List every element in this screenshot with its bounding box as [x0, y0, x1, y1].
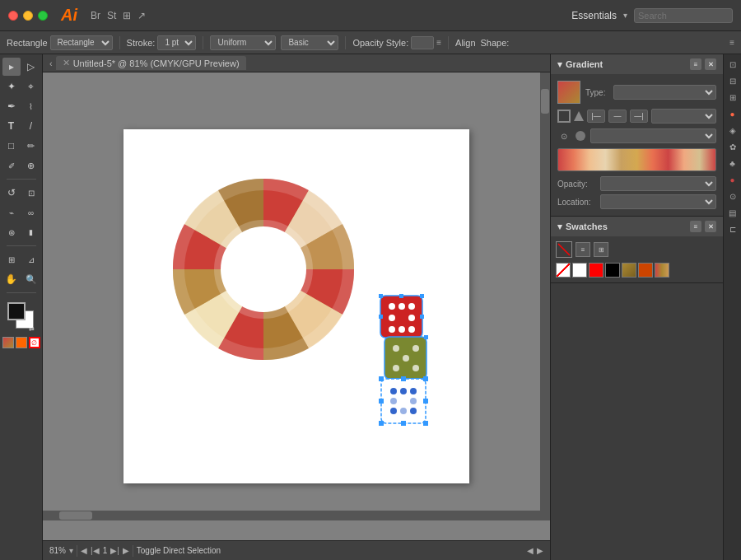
- next-page-icon[interactable]: ▶: [123, 546, 129, 555]
- direct-selection-tool[interactable]: ▷: [22, 58, 40, 76]
- stroke-type-dropdown[interactable]: Uniform: [210, 35, 276, 50]
- panel-menu-btn[interactable]: ≡: [690, 58, 701, 70]
- maximize-button[interactable]: [38, 11, 48, 21]
- stroke-value-dropdown[interactable]: 1 pt: [157, 35, 196, 50]
- search-input[interactable]: [634, 8, 733, 23]
- swap-colors-icon[interactable]: ⇄: [29, 325, 37, 334]
- foreground-color-box[interactable]: [7, 302, 26, 320]
- next-frame-icon[interactable]: ▶|: [110, 546, 119, 555]
- bridge-icon[interactable]: Br: [91, 10, 100, 21]
- rotate-tool[interactable]: ↺: [2, 184, 21, 202]
- swatch-grid-view-btn[interactable]: ⊞: [594, 242, 608, 257]
- lasso-tool[interactable]: ⌖: [22, 77, 40, 96]
- canvas-tab[interactable]: ✕ Untitled-5* @ 81% (CMYK/GPU Preview): [56, 56, 246, 70]
- gradient-preview-bar[interactable]: [557, 148, 716, 171]
- pen-tool[interactable]: ✒: [2, 97, 21, 115]
- stroke-align-outside[interactable]: —|: [630, 110, 648, 123]
- line-tool[interactable]: /: [22, 117, 40, 135]
- angle-dropdown[interactable]: [590, 128, 716, 143]
- close-button[interactable]: [8, 11, 18, 21]
- scale-tool[interactable]: ⊡: [22, 184, 40, 202]
- swatch-white[interactable]: [572, 263, 587, 278]
- scrollbar-bottom[interactable]: [43, 511, 540, 520]
- stroke-align-center[interactable]: —: [608, 110, 627, 123]
- swatch-olive[interactable]: [622, 263, 636, 278]
- slice-tool[interactable]: ⊿: [22, 250, 40, 268]
- style-options[interactable]: ≡: [436, 38, 441, 47]
- gradient-type-dropdown[interactable]: [613, 85, 716, 100]
- type-tool[interactable]: T: [2, 117, 21, 135]
- blend-tool[interactable]: ∞: [22, 203, 40, 222]
- symbol-tool[interactable]: ⊛: [2, 223, 21, 241]
- stroke-indicator[interactable]: [16, 337, 27, 348]
- swatch-black[interactable]: [605, 263, 620, 278]
- panel-close-btn[interactable]: ✕: [705, 58, 716, 70]
- magic-wand-tool[interactable]: ✦: [2, 77, 21, 96]
- swatch-list-view-btn[interactable]: ≡: [576, 242, 590, 257]
- pathfinder-icon[interactable]: ⊞: [726, 91, 739, 104]
- gradient-angle-icon[interactable]: [574, 111, 584, 121]
- stroke-align-inside[interactable]: |—: [587, 110, 605, 123]
- add-anchor-tool[interactable]: ⌇: [22, 97, 40, 115]
- blob-brush-tool[interactable]: ⊕: [22, 156, 40, 175]
- prev-frame-icon[interactable]: |◀: [91, 546, 100, 555]
- canvas-wrapper[interactable]: [43, 72, 550, 540]
- close-tab-icon[interactable]: ✕: [63, 58, 70, 68]
- layers-icon[interactable]: ▤: [726, 206, 739, 219]
- warp-tool[interactable]: ⌁: [2, 203, 21, 222]
- brush-panel-icon[interactable]: ✿: [726, 140, 739, 153]
- aspect-ratio-icon[interactable]: [576, 131, 585, 141]
- essentials-chevron[interactable]: ▾: [623, 11, 627, 20]
- swatches-menu-btn[interactable]: ≡: [690, 221, 701, 232]
- swatch-burnt-orange[interactable]: [638, 263, 653, 278]
- paintbrush-tool[interactable]: ✏: [22, 137, 40, 155]
- dice-red[interactable]: [379, 294, 424, 339]
- color-panel-icon[interactable]: ●: [726, 107, 739, 120]
- stroke-dropdown[interactable]: [651, 109, 716, 124]
- graph-tool[interactable]: ▮: [22, 223, 40, 241]
- scrollbar-thumb-bottom[interactable]: [59, 511, 92, 520]
- prev-page-icon[interactable]: ◀: [81, 546, 87, 555]
- graphic-styles-icon[interactable]: ⊙: [726, 189, 739, 203]
- view-switcher-icon[interactable]: ⊞: [123, 10, 131, 21]
- artboards-icon[interactable]: ⊏: [726, 222, 739, 236]
- gradient-swatch[interactable]: [557, 81, 580, 104]
- swatch-none[interactable]: [556, 263, 571, 278]
- stroke-box-icon[interactable]: [557, 110, 571, 123]
- fill-indicator[interactable]: [2, 337, 14, 348]
- artboard-tool[interactable]: ⊞: [2, 250, 21, 268]
- opacity-dropdown[interactable]: [600, 176, 716, 191]
- none-indicator[interactable]: ∅: [29, 337, 40, 348]
- more-options-icon[interactable]: ≡: [729, 38, 734, 47]
- hand-tool[interactable]: ✋: [2, 270, 21, 288]
- symbol-panel-icon[interactable]: ♣: [726, 156, 739, 170]
- stock-icon[interactable]: St: [107, 10, 116, 21]
- swatch-red[interactable]: [589, 263, 604, 278]
- toggle-prev-icon[interactable]: ◀: [527, 546, 534, 555]
- swatch-gradient[interactable]: [655, 263, 669, 278]
- selection-tool[interactable]: ▸: [2, 58, 21, 76]
- style-color[interactable]: [411, 36, 434, 49]
- pencil-tool[interactable]: ✐: [2, 156, 21, 175]
- minimize-button[interactable]: [23, 11, 33, 21]
- swatches-close-btn[interactable]: ✕: [705, 221, 716, 232]
- zoom-chevron[interactable]: ▾: [69, 546, 73, 555]
- shape-tool[interactable]: □: [2, 137, 21, 155]
- canvas-document[interactable]: [124, 129, 469, 483]
- shape-dropdown[interactable]: Rectangle: [50, 35, 113, 50]
- align-panel-icon[interactable]: ⊟: [726, 74, 739, 87]
- location-dropdown[interactable]: [600, 194, 716, 209]
- dice-white[interactable]: [379, 376, 428, 426]
- scrollbar-thumb-right[interactable]: [541, 89, 549, 114]
- scrollbar-right[interactable]: [540, 72, 550, 520]
- stroke-style-dropdown[interactable]: Basic: [281, 35, 338, 50]
- send-icon[interactable]: ↗: [137, 10, 146, 21]
- dice-olive[interactable]: [383, 335, 428, 380]
- appearance-icon[interactable]: ●: [726, 173, 739, 186]
- swatches-panel-header[interactable]: ▾ Swatches ≡ ✕: [551, 217, 723, 236]
- prev-tab-icon[interactable]: ‹: [49, 58, 53, 68]
- toggle-next-icon[interactable]: ▶: [537, 546, 543, 555]
- shape-selector[interactable]: Rectangle Rectangle: [7, 35, 113, 50]
- transform-panel-icon[interactable]: ⊡: [726, 58, 739, 71]
- zoom-tool[interactable]: 🔍: [22, 270, 40, 288]
